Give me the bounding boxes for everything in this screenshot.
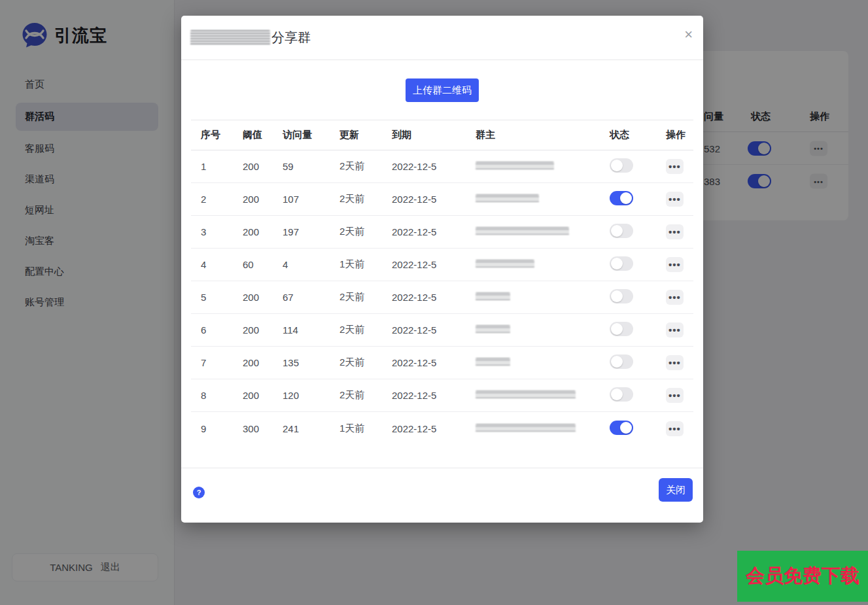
table-row: 6 200 114 2天前 2022-12-5 ••• bbox=[191, 314, 693, 347]
status-toggle[interactable] bbox=[610, 322, 633, 336]
threshold-value: 60 bbox=[243, 259, 283, 270]
vip-free-download-badge[interactable]: 会员免费下载 bbox=[737, 551, 868, 602]
modal-table-body: 1 200 59 2天前 2022-12-5 ••• 2 200 107 bbox=[191, 150, 693, 445]
owner-cell bbox=[476, 194, 610, 205]
owner-cell bbox=[476, 357, 610, 368]
status-cell bbox=[610, 256, 666, 273]
status-cell bbox=[610, 224, 666, 240]
modal-header: 分享群 × bbox=[181, 16, 703, 60]
updated-value: 2天前 bbox=[339, 291, 392, 303]
status-toggle[interactable] bbox=[610, 421, 633, 435]
status-toggle[interactable] bbox=[610, 191, 633, 205]
row-actions-ellipsis-icon[interactable]: ••• bbox=[666, 355, 684, 370]
seq-value: 4 bbox=[201, 259, 243, 270]
owner-cell bbox=[476, 292, 610, 303]
updated-value: 1天前 bbox=[339, 258, 392, 271]
expires-value: 2022-12-5 bbox=[392, 390, 476, 401]
visits-value: 120 bbox=[283, 390, 339, 401]
action-cell: ••• bbox=[666, 421, 693, 436]
threshold-value: 300 bbox=[243, 423, 283, 434]
redacted-group-name bbox=[190, 30, 270, 46]
action-cell: ••• bbox=[666, 224, 693, 239]
status-toggle[interactable] bbox=[610, 224, 633, 238]
visits-value: 241 bbox=[283, 423, 339, 434]
status-cell bbox=[610, 387, 666, 404]
status-toggle[interactable] bbox=[610, 256, 633, 271]
seq-value: 8 bbox=[201, 390, 243, 401]
visits-value: 59 bbox=[283, 161, 339, 172]
updated-value: 2天前 bbox=[339, 324, 392, 336]
updated-value: 2天前 bbox=[339, 356, 392, 369]
row-actions-ellipsis-icon[interactable]: ••• bbox=[666, 159, 684, 174]
modal-table-header: 序号 阈值 访问量 更新 到期 群主 状态 操作 bbox=[191, 120, 693, 150]
visits-value: 107 bbox=[283, 194, 339, 205]
action-cell: ••• bbox=[666, 322, 693, 337]
redacted-owner-name bbox=[476, 260, 534, 268]
close-icon[interactable]: × bbox=[684, 27, 693, 42]
owner-cell bbox=[476, 259, 610, 270]
expires-value: 2022-12-5 bbox=[392, 259, 476, 270]
status-cell bbox=[610, 289, 666, 305]
action-cell: ••• bbox=[666, 159, 693, 174]
action-cell: ••• bbox=[666, 355, 693, 370]
owner-cell bbox=[476, 161, 610, 172]
redacted-owner-name bbox=[476, 162, 554, 170]
expires-value: 2022-12-5 bbox=[392, 324, 476, 336]
status-toggle[interactable] bbox=[610, 354, 633, 369]
row-actions-ellipsis-icon[interactable]: ••• bbox=[666, 388, 684, 403]
row-actions-ellipsis-icon[interactable]: ••• bbox=[666, 257, 684, 272]
seq-value: 7 bbox=[201, 357, 243, 368]
seq-value: 1 bbox=[201, 161, 243, 172]
status-toggle[interactable] bbox=[610, 158, 633, 173]
redacted-owner-name bbox=[476, 194, 539, 203]
header-seq: 序号 bbox=[201, 129, 243, 141]
row-actions-ellipsis-icon[interactable]: ••• bbox=[666, 421, 684, 436]
help-icon[interactable]: ? bbox=[193, 487, 205, 498]
updated-value: 2天前 bbox=[339, 193, 392, 205]
table-row: 2 200 107 2天前 2022-12-5 ••• bbox=[191, 183, 693, 216]
table-row: 9 300 241 1天前 2022-12-5 ••• bbox=[191, 412, 693, 445]
status-cell bbox=[610, 322, 666, 338]
updated-value: 2天前 bbox=[339, 226, 392, 238]
header-action: 操作 bbox=[666, 129, 693, 141]
modal-title: 分享群 bbox=[190, 29, 311, 46]
status-cell bbox=[610, 191, 666, 207]
row-actions-ellipsis-icon[interactable]: ••• bbox=[666, 224, 684, 239]
row-actions-ellipsis-icon[interactable]: ••• bbox=[666, 322, 684, 337]
status-toggle[interactable] bbox=[610, 289, 633, 303]
table-row: 7 200 135 2天前 2022-12-5 ••• bbox=[191, 347, 693, 379]
redacted-owner-name bbox=[476, 390, 576, 399]
redacted-owner-name bbox=[476, 292, 510, 301]
seq-value: 9 bbox=[201, 423, 243, 434]
action-cell: ••• bbox=[666, 257, 693, 272]
redacted-owner-name bbox=[476, 227, 569, 235]
owner-cell bbox=[476, 423, 610, 434]
action-cell: ••• bbox=[666, 388, 693, 403]
visits-value: 135 bbox=[283, 357, 339, 368]
row-actions-ellipsis-icon[interactable]: ••• bbox=[666, 290, 684, 305]
close-modal-button[interactable]: 关闭 bbox=[659, 478, 693, 502]
owner-cell bbox=[476, 324, 610, 336]
row-actions-ellipsis-icon[interactable]: ••• bbox=[666, 192, 684, 207]
header-updated: 更新 bbox=[339, 129, 392, 141]
header-status: 状态 bbox=[610, 129, 666, 141]
modal-title-suffix: 分享群 bbox=[271, 29, 311, 46]
modal-footer: ? 关闭 bbox=[181, 468, 703, 523]
expires-value: 2022-12-5 bbox=[392, 161, 476, 172]
header-visits: 访问量 bbox=[283, 129, 339, 141]
threshold-value: 200 bbox=[243, 194, 283, 205]
threshold-value: 200 bbox=[243, 161, 283, 172]
share-group-modal: 分享群 × 上传群二维码 序号 阈值 访问量 更新 到期 群主 状态 操作 1 bbox=[181, 16, 703, 523]
threshold-value: 200 bbox=[243, 324, 283, 336]
seq-value: 5 bbox=[201, 292, 243, 303]
expires-value: 2022-12-5 bbox=[392, 423, 476, 434]
upload-qrcode-button[interactable]: 上传群二维码 bbox=[406, 78, 479, 102]
updated-value: 2天前 bbox=[339, 389, 392, 402]
status-toggle[interactable] bbox=[610, 387, 633, 402]
redacted-owner-name bbox=[476, 325, 510, 334]
expires-value: 2022-12-5 bbox=[392, 194, 476, 205]
status-cell bbox=[610, 421, 666, 437]
header-expires: 到期 bbox=[392, 129, 476, 141]
header-owner: 群主 bbox=[476, 129, 610, 141]
threshold-value: 200 bbox=[243, 390, 283, 401]
